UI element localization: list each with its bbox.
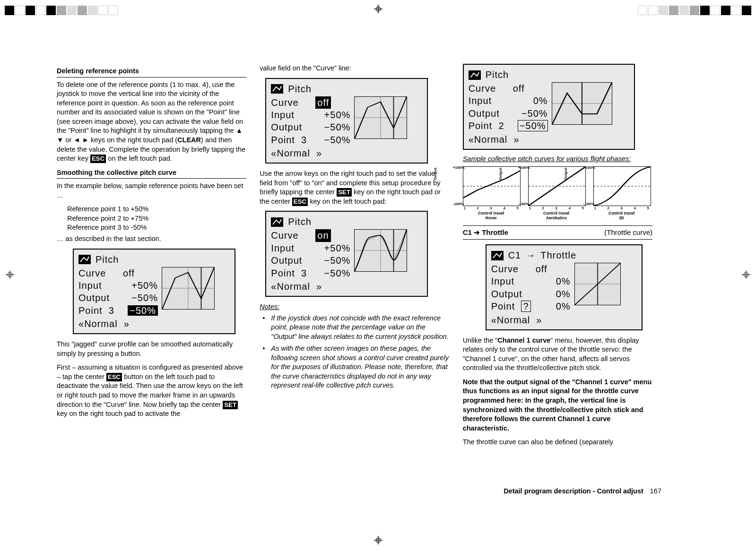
notes-list: If the joystick does not coincide with t… [261, 314, 449, 391]
set-key-label: SET [337, 188, 352, 197]
registration-marks-top [5, 5, 751, 16]
lcd-pitch-4: Pitch Curveoff Input0% Output−50% Point … [463, 64, 635, 150]
arrow-right-icon: ► [82, 136, 89, 144]
chevron-right-icon: » [316, 281, 322, 292]
para-first-assuming: First – assuming a situation is configur… [57, 363, 246, 418]
column-3: Pitch Curveoff Input0% Output−50% Point … [463, 64, 652, 447]
crosshair-icon [374, 5, 382, 16]
lcd-pitch-2: Pitch Curveoff Input+50% Output−50% Poin… [265, 78, 428, 164]
column-1: Deleting reference points To delete one … [57, 64, 246, 447]
chevron-right-icon: » [536, 315, 542, 325]
lcd-graph [552, 82, 612, 125]
page-footer: Detail program description - Control adj… [504, 487, 661, 496]
page: Deleting reference points To delete one … [0, 0, 756, 552]
chevron-left-icon: « [271, 281, 277, 292]
footer-text: Detail program description - Control adj… [504, 487, 643, 496]
esc-key-label: ESC [292, 198, 308, 206]
arrow-down-icon: ▼ [57, 136, 63, 144]
para-note-bold: Note that the output signal of the "Chan… [463, 378, 652, 433]
notes-heading: Notes: [260, 302, 449, 312]
ref-point-3: Reference point 3 to -50% [67, 223, 246, 233]
chevron-right-icon: » [513, 134, 519, 145]
content-columns: Deleting reference points To delete one … [57, 64, 652, 447]
chevron-left-icon: « [469, 134, 474, 145]
para-delete-ref: To delete one of the reference points (1… [57, 80, 246, 164]
arrow-up-icon: ▲ [236, 127, 243, 134]
lcd-graph [574, 263, 621, 305]
page-number: 167 [650, 487, 661, 496]
lcd-pitch-3: Pitch Curveon Input+50% Output−50% Point… [265, 211, 428, 297]
note-item: If the joystick does not coincide with t… [261, 314, 449, 342]
mini-chart-3d: +100% -100% Output 12345 Control travel3… [593, 166, 650, 221]
ref-point-1: Reference point 1 to +50% [67, 205, 246, 214]
para-throttle-also: The throttle curve can also be defined (… [463, 438, 652, 447]
clear-label: CLEAR [177, 136, 201, 144]
para-value-field: value field on the "Curve" line: [260, 64, 449, 73]
c1-throttle-row: C1 ➔ Throttle (Throttle curve) [463, 225, 652, 240]
crosshair-icon [6, 270, 14, 282]
mini-chart-hover: +100% -100% Output 12345 Control travelH… [463, 166, 520, 221]
set-key-label: SET [223, 401, 238, 409]
lcd-graph [354, 229, 407, 272]
mini-chart-aerobatics: +100% -100% Output 12345 Control travelA… [528, 166, 585, 221]
arrow-left-icon: ◄ [73, 136, 80, 144]
chevron-left-icon: « [491, 315, 497, 325]
lcd-pitch-1: Pitch Curveoff Input+50% Output−50% Poin… [73, 249, 235, 335]
mini-charts: +100% -100% Output 12345 Control travelH… [463, 166, 652, 221]
chevron-right-icon: » [124, 319, 130, 329]
lcd-c1-throttle: C1→Throttle Curveoff Input0% Output0% Po… [486, 244, 643, 330]
para-jagged: This "jagged" curve profile can be smoot… [57, 340, 246, 358]
para-as-described: … as described in the last section. [57, 234, 246, 244]
lcd-graph [354, 96, 407, 139]
curve-icon [78, 255, 91, 264]
lcd-title: Pitch [486, 69, 509, 81]
esc-key-label: ESC [90, 155, 106, 163]
crosshair-icon [374, 536, 382, 547]
heading-smoothing: Smoothing the collective pitch curve [57, 168, 246, 179]
para-unlike: Unlike the "Channel 1 curve" menu, howev… [463, 336, 652, 373]
sample-heading: Sample collective pitch curves for vario… [463, 155, 652, 164]
lcd-title: Pitch [288, 83, 311, 95]
lcd-title-b: Throttle [540, 249, 576, 262]
curve-icon [491, 251, 504, 260]
curve-icon [271, 84, 283, 94]
chevron-left-icon: « [271, 148, 277, 158]
curve-icon [271, 217, 283, 227]
registration-marks-bottom [5, 536, 751, 547]
point-value-box: −50% [518, 120, 548, 131]
esc-key-label: ESC [106, 373, 122, 381]
point-value-highlight: −50% [128, 305, 158, 316]
lcd-title: Pitch [288, 216, 311, 228]
column-2: value field on the "Curve" line: Pitch C… [260, 64, 449, 447]
curve-value-highlight: on [315, 229, 330, 242]
lcd-title: Pitch [96, 253, 119, 266]
curve-value-highlight: off [315, 96, 331, 109]
chevron-right-icon: » [316, 148, 322, 158]
arrow-right-icon: ➔ [474, 228, 480, 236]
lcd-title: C1 [508, 249, 521, 262]
crosshair-icon [742, 270, 750, 282]
para-use-arrows: Use the arrow keys on the right touch pa… [260, 169, 449, 206]
note-item: As with the other screen images on these… [261, 344, 449, 390]
chevron-left-icon: « [78, 319, 84, 329]
arrow-right-icon: → [526, 249, 536, 262]
lcd-graph [162, 267, 215, 310]
para-smoothing-intro: In the example below, sample reference p… [57, 181, 246, 200]
heading-deleting: Deleting reference points [57, 67, 246, 78]
ref-point-2: Reference point 2 to +75% [67, 214, 246, 224]
curve-icon [469, 70, 481, 80]
